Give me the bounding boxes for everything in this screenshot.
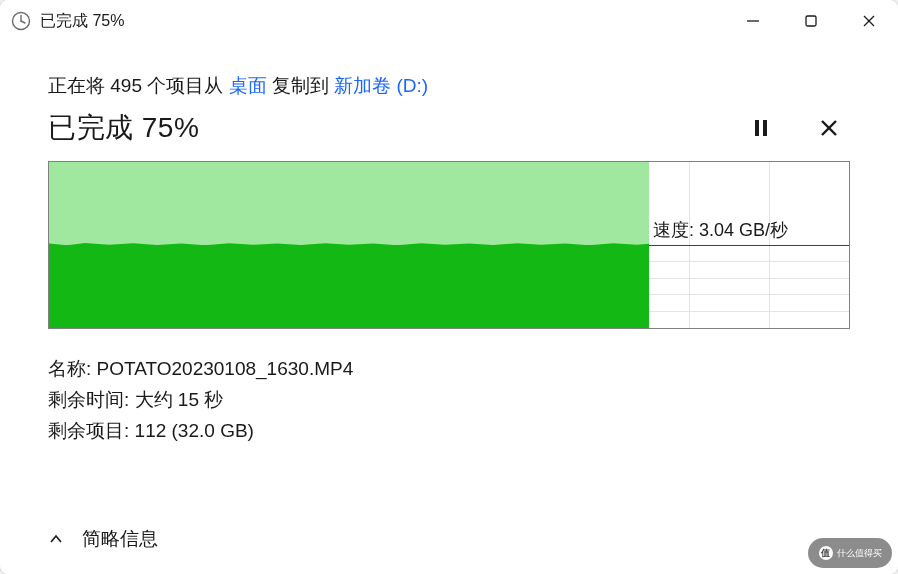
progress-status: 已完成 75%	[48, 109, 199, 147]
titlebar: 已完成 75%	[0, 0, 898, 42]
window-title: 已完成 75%	[40, 11, 124, 32]
copy-dialog-window: 已完成 75% 正在将 495 个项目从 桌面 复制到 新加卷 (D:) 已完成…	[0, 0, 898, 574]
window-controls	[724, 0, 898, 42]
time-value: 大约 15 秒	[135, 389, 224, 410]
detail-items: 剩余项目: 112 (32.0 GB)	[48, 415, 850, 446]
copy-mid2: 复制到	[267, 75, 335, 96]
copy-prefix: 正在将	[48, 75, 110, 96]
copy-mid1: 个项目从	[142, 75, 229, 96]
speed-reference-line	[649, 245, 849, 246]
pause-button[interactable]	[744, 111, 778, 145]
clock-icon	[10, 10, 32, 32]
watermark: 值 什么值得买	[808, 538, 892, 568]
source-link[interactable]: 桌面	[229, 75, 267, 96]
toggle-details-link[interactable]: 简略信息	[82, 526, 158, 552]
maximize-button[interactable]	[782, 0, 840, 42]
name-value: POTATO20230108_1630.MP4	[97, 358, 354, 379]
dest-link[interactable]: 新加卷 (D:)	[334, 75, 428, 96]
speed-chart: 速度: 3.04 GB/秒	[48, 161, 850, 329]
copy-description: 正在将 495 个项目从 桌面 复制到 新加卷 (D:)	[48, 72, 850, 101]
status-actions	[744, 111, 850, 145]
details-block: 名称: POTATO20230108_1630.MP4 剩余时间: 大约 15 …	[48, 353, 850, 447]
detail-time: 剩余时间: 大约 15 秒	[48, 384, 850, 415]
svg-rect-8	[763, 120, 767, 136]
watermark-text: 什么值得买	[837, 547, 882, 560]
chevron-up-icon[interactable]	[48, 531, 64, 547]
cancel-button[interactable]	[812, 111, 846, 145]
speed-label: 速度: 3.04 GB/秒	[653, 218, 788, 242]
svg-rect-7	[755, 120, 759, 136]
footer: 简略信息	[0, 526, 898, 574]
speed-label-text: 速度:	[653, 220, 699, 240]
detail-name: 名称: POTATO20230108_1630.MP4	[48, 353, 850, 384]
watermark-icon: 值	[819, 546, 833, 560]
copy-count: 495	[110, 75, 142, 96]
items-label: 剩余项目:	[48, 420, 135, 441]
close-button[interactable]	[840, 0, 898, 42]
content-area: 正在将 495 个项目从 桌面 复制到 新加卷 (D:) 已完成 75%	[0, 42, 898, 526]
time-label: 剩余时间:	[48, 389, 135, 410]
speed-value: 3.04 GB/秒	[699, 220, 788, 240]
status-row: 已完成 75%	[48, 109, 850, 147]
items-value: 112 (32.0 GB)	[135, 420, 254, 441]
svg-rect-4	[806, 16, 816, 26]
svg-line-2	[21, 21, 25, 23]
name-label: 名称:	[48, 358, 97, 379]
minimize-button[interactable]	[724, 0, 782, 42]
chart-progress-dark	[49, 245, 649, 328]
